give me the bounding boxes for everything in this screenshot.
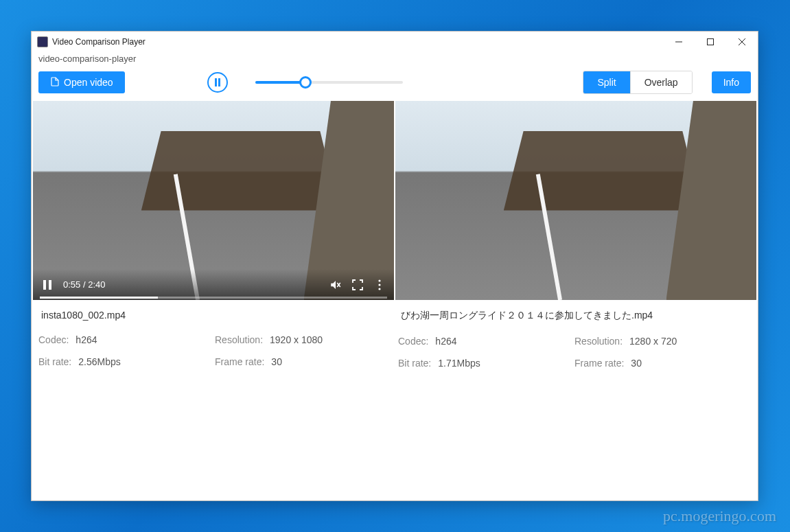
view-mode-group: Split Overlap (583, 71, 692, 94)
bitrate-label: Bit rate: (38, 356, 71, 367)
video-controls-overlay: 0:55 / 2:40 (33, 269, 394, 300)
resolution-label: Resolution: (215, 334, 263, 345)
svg-rect-5 (49, 280, 51, 290)
svg-point-8 (378, 279, 380, 281)
bitrate-value: 2.56Mbps (78, 356, 120, 367)
codec-value: h264 (75, 334, 97, 345)
app-subtitle: video-comparison-player (32, 52, 758, 67)
svg-rect-4 (43, 280, 46, 290)
codec-label: Codec: (38, 334, 69, 345)
codec-value: h264 (435, 336, 456, 347)
framerate-value: 30 (631, 358, 642, 369)
window-title: Video Comparison Player (52, 37, 146, 47)
fullscreen-icon (352, 279, 363, 290)
maximize-icon (707, 38, 714, 45)
info-button[interactable]: Info (712, 71, 751, 93)
video-pause-button[interactable] (41, 279, 54, 291)
mode-overlap-button[interactable]: Overlap (631, 71, 692, 93)
desktop-watermark: pc.mogeringo.com (663, 507, 776, 525)
slider-track (255, 81, 305, 84)
minimize-button[interactable] (663, 32, 695, 52)
resolution-label: Resolution: (574, 336, 623, 347)
svg-point-10 (378, 288, 380, 290)
pause-button[interactable] (207, 72, 228, 93)
resolution-value: 1920 x 1080 (270, 334, 323, 345)
more-button[interactable] (373, 279, 386, 291)
framerate-label: Frame rate: (215, 356, 264, 367)
framerate-label: Frame rate: (574, 358, 624, 369)
video-pane-right[interactable] (395, 101, 756, 300)
framerate-value: 30 (271, 356, 282, 367)
info-col-left: insta1080_002.mp4 Codec: h264 Resolution… (38, 310, 391, 380)
slider-handle[interactable] (299, 76, 312, 89)
open-video-label: Open video (64, 77, 113, 88)
info-col-right: びわ湖一周ロングライド２０１４に参加してきました.mp4 Codec: h264… (398, 310, 751, 380)
video-time: 0:55 / 2:40 (63, 279, 105, 290)
app-window: Video Comparison Player video-comparison… (31, 31, 758, 501)
bitrate-label: Bit rate: (398, 358, 431, 369)
file-open-icon (50, 77, 60, 89)
svg-rect-1 (708, 39, 714, 45)
more-vertical-icon (378, 279, 381, 290)
video-pane-left[interactable]: 0:55 / 2:40 (33, 101, 394, 300)
video-progress-fill (40, 297, 158, 299)
mute-button[interactable] (329, 279, 342, 291)
seek-slider[interactable] (255, 77, 403, 88)
bitrate-value: 1.71Mbps (438, 358, 480, 369)
mute-icon (329, 279, 342, 291)
mode-split-button[interactable]: Split (583, 71, 630, 93)
pause-icon (43, 280, 51, 290)
fullscreen-button[interactable] (351, 279, 364, 291)
window-controls (663, 32, 758, 52)
video-progress-bar[interactable] (40, 297, 387, 299)
svg-point-9 (378, 284, 380, 286)
resolution-value: 1280 x 720 (629, 336, 677, 347)
filename-right: びわ湖一周ロングライド２０１４に参加してきました.mp4 (398, 310, 751, 322)
video-info-area: insta1080_002.mp4 Codec: h264 Resolution… (32, 300, 758, 389)
close-button[interactable] (726, 32, 758, 52)
toolbar: Open video Split Overlap Info (32, 67, 758, 101)
video-frame-right (395, 101, 756, 300)
open-video-button[interactable]: Open video (38, 71, 125, 93)
close-icon (739, 38, 745, 45)
codec-label: Codec: (398, 336, 428, 347)
titlebar: Video Comparison Player (32, 32, 758, 52)
maximize-button[interactable] (695, 32, 726, 52)
filename-left: insta1080_002.mp4 (38, 310, 391, 321)
video-split-area: 0:55 / 2:40 (32, 101, 758, 300)
minimize-icon (675, 38, 682, 45)
pause-icon (215, 78, 220, 86)
app-icon (37, 36, 48, 47)
